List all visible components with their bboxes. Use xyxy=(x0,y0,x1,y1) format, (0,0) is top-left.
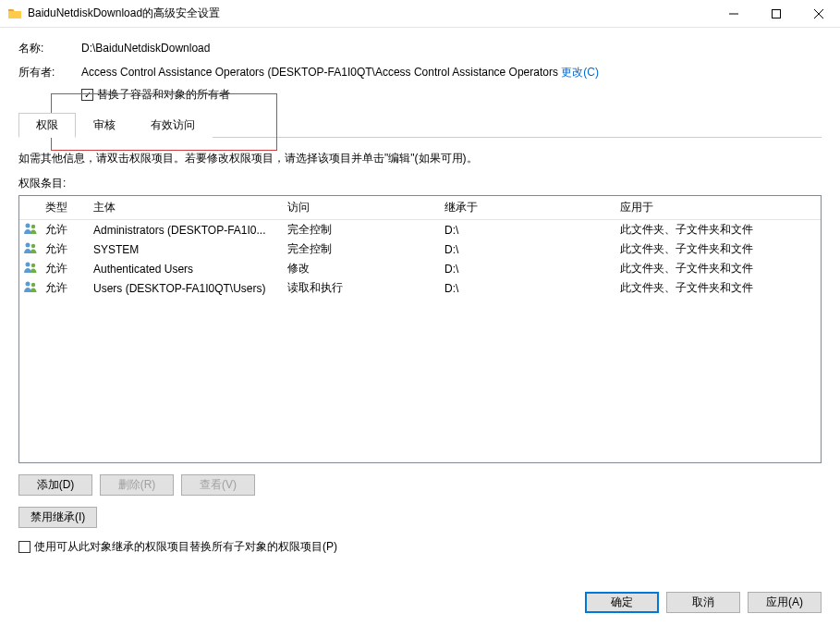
tab-audit[interactable]: 审核 xyxy=(76,113,133,138)
svg-point-11 xyxy=(31,283,35,287)
replace-children-checkbox[interactable] xyxy=(18,541,30,553)
titlebar: BaiduNetdiskDownload的高级安全设置 xyxy=(0,0,840,28)
replace-children-row: 使用可从此对象继承的权限项目替换所有子对象的权限项目(P) xyxy=(18,539,822,555)
svg-point-10 xyxy=(26,282,30,287)
users-icon xyxy=(23,222,38,235)
col-inherit[interactable]: 继承于 xyxy=(441,200,616,215)
cell-type: 允许 xyxy=(42,222,90,238)
owner-value: Access Control Assistance Operators (DES… xyxy=(81,63,822,81)
cell-inherit: D:\ xyxy=(441,243,616,256)
permission-list[interactable]: 类型 主体 访问 继承于 应用于 允许Administrators (DESKT… xyxy=(18,195,822,463)
cell-apply: 此文件夹、子文件夹和文件 xyxy=(616,222,821,238)
col-apply[interactable]: 应用于 xyxy=(616,200,821,215)
cell-type: 允许 xyxy=(42,261,90,276)
tab-effective-access[interactable]: 有效访问 xyxy=(133,113,213,138)
table-row[interactable]: 允许SYSTEM完全控制D:\此文件夹、子文件夹和文件 xyxy=(19,239,821,259)
cell-principal: SYSTEM xyxy=(90,243,284,256)
remove-button: 删除(R) xyxy=(100,474,174,496)
folder-icon xyxy=(7,6,22,21)
table-row[interactable]: 允许Authenticated Users修改D:\此文件夹、子文件夹和文件 xyxy=(19,259,821,278)
replace-owner-label: 替换子容器和对象的所有者 xyxy=(97,87,230,103)
users-icon xyxy=(23,280,38,293)
cell-inherit: D:\ xyxy=(441,263,616,276)
cell-apply: 此文件夹、子文件夹和文件 xyxy=(616,241,821,257)
replace-children-label: 使用可从此对象继承的权限项目替换所有子对象的权限项目(P) xyxy=(34,539,337,555)
cell-apply: 此文件夹、子文件夹和文件 xyxy=(616,280,821,296)
svg-point-6 xyxy=(26,243,30,248)
view-button: 查看(V) xyxy=(181,474,255,496)
window-title: BaiduNetdiskDownload的高级安全设置 xyxy=(28,6,712,21)
cancel-button[interactable]: 取消 xyxy=(666,592,740,613)
window-controls xyxy=(712,0,840,28)
owner-label: 所有者: xyxy=(18,63,81,81)
add-button[interactable]: 添加(D) xyxy=(18,474,92,496)
dialog-content: 名称: D:\BaiduNetdiskDownload 所有者: Access … xyxy=(0,28,840,626)
name-label: 名称: xyxy=(18,39,81,57)
inherit-buttons: 禁用继承(I) xyxy=(18,507,822,528)
table-row[interactable]: 允许Administrators (DESKTOP-FA1I0...完全控制D:… xyxy=(19,220,821,239)
replace-owner-row: ✓ 替换子容器和对象的所有者 xyxy=(81,87,822,103)
name-field: 名称: D:\BaiduNetdiskDownload xyxy=(18,39,822,57)
svg-rect-1 xyxy=(773,9,781,18)
users-icon xyxy=(23,261,38,274)
cell-inherit: D:\ xyxy=(441,282,616,295)
tabs: 权限 审核 有效访问 xyxy=(18,112,822,138)
cell-principal: Administrators (DESKTOP-FA1I0... xyxy=(90,224,284,237)
ok-button[interactable]: 确定 xyxy=(585,592,659,613)
svg-point-8 xyxy=(26,263,30,267)
users-icon xyxy=(23,241,38,254)
change-owner-link[interactable]: 更改(C) xyxy=(561,66,599,79)
cell-access: 读取和执行 xyxy=(284,280,441,296)
cell-access: 完全控制 xyxy=(284,241,441,257)
col-access[interactable]: 访问 xyxy=(284,200,441,215)
svg-point-5 xyxy=(31,225,35,228)
cell-type: 允许 xyxy=(42,241,90,257)
cell-access: 修改 xyxy=(284,261,441,276)
cell-type: 允许 xyxy=(42,280,90,296)
tab-permissions[interactable]: 权限 xyxy=(18,113,76,138)
apply-button[interactable]: 应用(A) xyxy=(748,592,822,613)
dialog-buttons: 确定 取消 应用(A) xyxy=(585,592,822,613)
close-button[interactable] xyxy=(797,0,840,28)
name-value: D:\BaiduNetdiskDownload xyxy=(81,39,822,57)
disable-inherit-button[interactable]: 禁用继承(I) xyxy=(18,507,97,528)
svg-point-9 xyxy=(31,264,35,267)
list-label: 权限条目: xyxy=(18,176,822,191)
replace-owner-checkbox[interactable]: ✓ xyxy=(81,89,93,101)
owner-text: Access Control Assistance Operators (DES… xyxy=(81,66,558,79)
svg-point-4 xyxy=(26,224,30,228)
info-text: 如需其他信息，请双击权限项目。若要修改权限项目，请选择该项目并单击"编辑"(如果… xyxy=(18,151,822,166)
cell-access: 完全控制 xyxy=(284,222,441,238)
cell-principal: Users (DESKTOP-FA1I0QT\Users) xyxy=(90,282,284,295)
col-principal[interactable]: 主体 xyxy=(90,200,284,215)
col-type[interactable]: 类型 xyxy=(42,200,90,215)
owner-field: 所有者: Access Control Assistance Operators… xyxy=(18,63,822,81)
action-buttons: 添加(D) 删除(R) 查看(V) xyxy=(18,474,822,496)
cell-principal: Authenticated Users xyxy=(90,263,284,276)
svg-point-7 xyxy=(31,244,35,248)
cell-inherit: D:\ xyxy=(441,224,616,237)
maximize-button[interactable] xyxy=(755,0,797,28)
permission-header: 类型 主体 访问 继承于 应用于 xyxy=(19,196,821,220)
minimize-button[interactable] xyxy=(712,0,755,28)
cell-apply: 此文件夹、子文件夹和文件 xyxy=(616,261,821,276)
table-row[interactable]: 允许Users (DESKTOP-FA1I0QT\Users)读取和执行D:\此… xyxy=(19,278,821,298)
